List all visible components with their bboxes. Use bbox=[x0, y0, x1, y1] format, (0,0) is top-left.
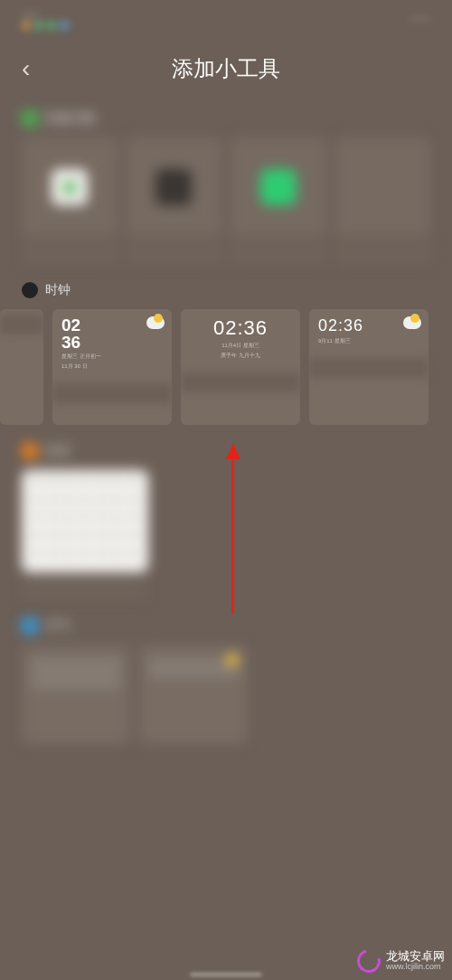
section-weather: 天气 bbox=[0, 617, 452, 744]
status-time: ··:·· bbox=[22, 6, 69, 30]
page-title: 添加小工具 bbox=[49, 54, 403, 83]
watermark-icon bbox=[353, 945, 385, 977]
weather-widget[interactable] bbox=[139, 645, 248, 744]
weather-section-icon bbox=[22, 617, 38, 634]
status-bar: ··:·· ······ bbox=[0, 0, 452, 36]
time-sub1: 星期三 正月初一 bbox=[61, 353, 163, 361]
page-header: ‹ 添加小工具 bbox=[0, 36, 452, 110]
calendar-icon bbox=[22, 443, 38, 459]
watermark-url: www.lcjilin.com bbox=[386, 963, 445, 972]
weather-icon bbox=[403, 316, 421, 329]
clock-widget-center[interactable]: 02:36 11月4日 星期三 庚子年 九月十九 bbox=[181, 309, 300, 425]
section-clock: 时钟 02 36 星期三 正月初一 11月 30 日 02:36 11月4日 星… bbox=[0, 282, 452, 425]
clock-widget-weather[interactable]: 02:36 9月11 星期三 bbox=[309, 309, 428, 425]
section-calendar: 日历 bbox=[0, 443, 452, 599]
time-sub1: 11月4日 星期三 bbox=[190, 343, 291, 350]
section-quick-title: 快捷功能 bbox=[45, 110, 96, 127]
weather-widget[interactable] bbox=[22, 645, 130, 744]
section-quick-icon bbox=[22, 110, 38, 127]
time-minutes: 36 bbox=[61, 334, 163, 351]
clock-widget-stacked[interactable]: 02 36 星期三 正月初一 11月 30 日 bbox=[52, 309, 172, 425]
widget-card[interactable] bbox=[22, 137, 118, 264]
section-calendar-title: 日历 bbox=[45, 443, 71, 459]
section-quick: 快捷功能 bbox=[0, 110, 452, 264]
home-indicator bbox=[190, 973, 262, 976]
weather-icon bbox=[146, 316, 165, 329]
clock-icon bbox=[22, 282, 38, 298]
widget-card[interactable] bbox=[231, 137, 326, 264]
time-display: 02:36 bbox=[190, 316, 291, 340]
clock-widget-partial[interactable] bbox=[0, 309, 43, 425]
back-button[interactable]: ‹ bbox=[22, 54, 49, 83]
watermark: 龙城安卓网 www.lcjilin.com bbox=[357, 949, 445, 973]
widget-card[interactable] bbox=[335, 137, 431, 264]
status-indicators: ······ bbox=[410, 11, 430, 25]
calendar-widget[interactable] bbox=[22, 470, 148, 572]
widget-card[interactable] bbox=[127, 137, 222, 264]
watermark-brand: 龙城安卓网 bbox=[386, 950, 445, 963]
section-clock-title: 时钟 bbox=[45, 282, 71, 298]
time-sub2: 11月 30 日 bbox=[61, 363, 163, 371]
time-sub: 9月11 星期三 bbox=[318, 338, 419, 345]
time-sub2: 庚子年 九月十九 bbox=[190, 353, 291, 360]
section-weather-title: 天气 bbox=[45, 617, 71, 634]
